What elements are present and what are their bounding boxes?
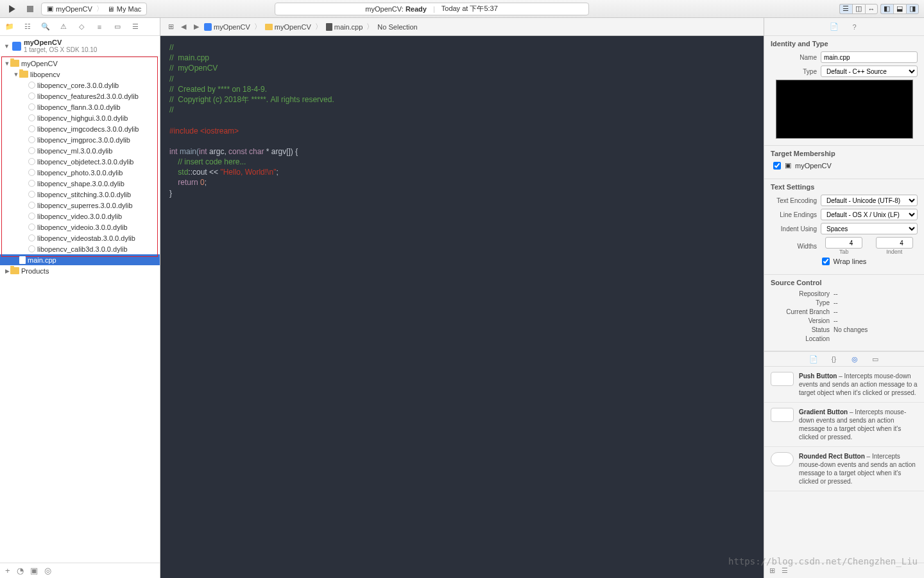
library-item-2[interactable]: Rounded Rect Button – Intercepts mouse-d… (764, 447, 924, 491)
library-tabs: 📄 {} ◎ ▭ (764, 351, 924, 367)
tree-dylib-0[interactable]: libopencv_core.3.0.0.dylib (0, 80, 160, 91)
name-field[interactable] (821, 51, 918, 63)
device-icon: 🖥 (107, 5, 114, 13)
code-snippet-icon[interactable]: {} (830, 355, 839, 363)
tree-dylib-14[interactable]: libopencv_videostab.3.0.0.dylib (0, 232, 160, 243)
editor-assistant-icon[interactable]: ◫ (852, 4, 865, 14)
tree-dylib-4[interactable]: libopencv_imgcodecs.3.0.0.dylib (0, 123, 160, 134)
sc-title: Source Control (771, 279, 918, 286)
type-label: Type (771, 68, 817, 75)
forward-icon[interactable]: ▶ (191, 22, 201, 31)
stop-button[interactable] (23, 3, 37, 15)
tab-sublabel: Tab (821, 249, 868, 255)
editor-standard-icon[interactable]: ☰ (839, 4, 852, 14)
file-inspector-icon[interactable]: 📄 (830, 22, 839, 31)
tree-dylib-2[interactable]: libopencv_flann.3.0.0.dylib (0, 101, 160, 112)
media-library-icon[interactable]: ▭ (871, 355, 880, 363)
text-settings-section: Text Settings Text EncodingDefault - Uni… (764, 179, 924, 275)
help-inspector-icon[interactable]: ? (850, 22, 859, 31)
navigator-footer: + ◔ ▣ ◎ (0, 563, 160, 578)
wrap-checkbox[interactable] (822, 258, 830, 265)
tree-dylib-13[interactable]: libopencv_videoio.3.0.0.dylib (0, 222, 160, 232)
project-tree: ▼myOpenCV▼libopencvlibopencv_core.3.0.0.… (0, 57, 160, 563)
tree-folder-root[interactable]: ▼myOpenCV (0, 58, 160, 69)
indent-select[interactable]: Spaces (821, 223, 918, 234)
library-item-0[interactable]: Push Button – Intercepts mouse-down even… (764, 367, 924, 403)
jump-bar[interactable]: ⊞ ◀ ▶ myOpenCV 〉 myOpenCV 〉 main.cpp 〉 N… (160, 18, 764, 36)
endings-select[interactable]: Default - OS X / Unix (LF) (821, 209, 918, 220)
status-time: Today at 下午5:37 (441, 4, 498, 13)
watermark: https://blog.csdn.net/Chengzhen_Liu (728, 556, 918, 566)
tree-dylib-10[interactable]: libopencv_stitching.3.0.0.dylib (0, 189, 160, 200)
status-project: myOpenCV: (365, 5, 404, 13)
code-editor[interactable]: // // main.cpp // myOpenCV // // Created… (160, 36, 764, 578)
indent-width-field[interactable] (876, 237, 913, 249)
clock-icon[interactable]: ◔ (17, 566, 24, 575)
grid-view-icon[interactable]: ⊞ (769, 566, 775, 575)
top-toolbar: ▣ myOpenCV 〉 🖥 My Mac myOpenCV: Ready | … (0, 0, 924, 18)
project-subtitle: 1 target, OS X SDK 10.10 (24, 46, 98, 53)
type-select[interactable]: Default - C++ Source (821, 66, 918, 77)
related-items-icon[interactable]: ⊞ (166, 22, 176, 31)
list-view-icon[interactable]: ☰ (782, 566, 788, 575)
navigator-tabs: 📁 ☷ 🔍 ⚠ ◇ ≡ ▭ ☰ (0, 18, 160, 36)
test-nav-icon[interactable]: ◇ (77, 22, 86, 31)
project-nav-icon[interactable]: 📁 (5, 22, 14, 31)
tree-dylib-9[interactable]: libopencv_shape.3.0.0.dylib (0, 178, 160, 189)
editor-version-icon[interactable]: ↔ (865, 4, 878, 14)
target-icon: ▣ (47, 4, 53, 13)
crumb-file[interactable]: main.cpp (334, 23, 363, 31)
project-header[interactable]: ▼ myOpenCV 1 target, OS X SDK 10.10 (0, 36, 160, 57)
run-button[interactable] (5, 3, 19, 15)
tree-dylib-8[interactable]: libopencv_photo.3.0.0.dylib (0, 167, 160, 178)
indent-sublabel: Indent (871, 249, 918, 255)
widths-label: Widths (771, 243, 817, 250)
tree-main-file[interactable]: main.cpp (0, 254, 160, 265)
tree-dylib-7[interactable]: libopencv_objdetect.3.0.0.dylib (0, 156, 160, 167)
issue-nav-icon[interactable]: ⚠ (59, 22, 68, 31)
breakpoint-nav-icon[interactable]: ▭ (113, 22, 122, 31)
report-nav-icon[interactable]: ☰ (131, 22, 140, 31)
crumb-project[interactable]: myOpenCV (214, 23, 250, 31)
proj-crumb-icon (204, 23, 212, 31)
panel-bottom-icon[interactable]: ⬓ (893, 4, 906, 14)
activity-viewer: myOpenCV: Ready | Today at 下午5:37 (275, 3, 589, 15)
wrap-label: Wrap lines (834, 258, 867, 265)
navigator-panel: 📁 ☷ 🔍 ⚠ ◇ ≡ ▭ ☰ ▼ myOpenCV 1 target, OS … (0, 18, 160, 578)
editor-area: ⊞ ◀ ▶ myOpenCV 〉 myOpenCV 〉 main.cpp 〉 N… (160, 18, 764, 578)
tree-dylib-15[interactable]: libopencv_calib3d.3.0.0.dylib (0, 243, 160, 254)
filter-icon[interactable]: ▣ (30, 566, 38, 575)
scheme-selector[interactable]: ▣ myOpenCV 〉 🖥 My Mac (41, 3, 147, 15)
scope-icon[interactable]: ◎ (44, 566, 51, 575)
tree-dylib-5[interactable]: libopencv_imgproc.3.0.0.dylib (0, 134, 160, 145)
source-control-section: Source Control Repository-- Type-- Curre… (764, 275, 924, 351)
target-checkbox[interactable] (773, 162, 781, 170)
tree-dylib-6[interactable]: libopencv_ml.3.0.0.dylib (0, 145, 160, 156)
back-icon[interactable]: ◀ (178, 22, 189, 31)
tree-dylib-1[interactable]: libopencv_features2d.3.0.0.dylib (0, 91, 160, 101)
encoding-select[interactable]: Default - Unicode (UTF-8) (821, 195, 918, 206)
svg-rect-1 (27, 6, 33, 12)
tree-dylib-11[interactable]: libopencv_superres.3.0.0.dylib (0, 200, 160, 211)
tree-dylib-12[interactable]: libopencv_video.3.0.0.dylib (0, 211, 160, 222)
crumb-folder[interactable]: myOpenCV (275, 23, 311, 31)
find-nav-icon[interactable]: 🔍 (41, 22, 50, 31)
project-title: myOpenCV (24, 39, 98, 46)
tree-products[interactable]: ▶Products (0, 265, 160, 276)
panel-left-icon[interactable]: ◧ (880, 4, 893, 14)
crumb-selection[interactable]: No Selection (377, 23, 417, 31)
debug-nav-icon[interactable]: ≡ (95, 22, 104, 31)
tree-dylib-3[interactable]: libopencv_highgui.3.0.0.dylib (0, 112, 160, 123)
indent-label: Indent Using (771, 225, 817, 232)
panel-right-icon[interactable]: ◨ (906, 4, 919, 14)
project-icon (12, 42, 21, 51)
object-library-icon[interactable]: ◎ (850, 355, 859, 363)
tab-width-field[interactable] (825, 237, 862, 249)
location-thumbnail (776, 80, 913, 139)
tree-folder-lib[interactable]: ▼libopencv (0, 69, 160, 80)
symbol-nav-icon[interactable]: ☷ (23, 22, 32, 31)
library-item-1[interactable]: Gradient Button – Intercepts mouse-down … (764, 403, 924, 447)
add-icon[interactable]: + (5, 566, 10, 575)
target-title: Target Membership (771, 150, 918, 157)
file-template-icon[interactable]: 📄 (809, 355, 818, 363)
